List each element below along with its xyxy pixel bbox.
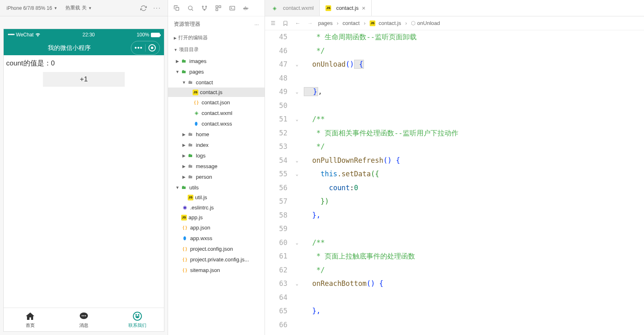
explorer-toolbar	[168, 0, 265, 16]
svg-point-8	[188, 6, 192, 9]
tree-folder-contact[interactable]: ▼🖿contact	[168, 77, 265, 88]
battery-icon	[151, 33, 160, 37]
time-label: 22:30	[40, 32, 137, 38]
extensions-icon[interactable]	[213, 3, 224, 13]
list-icon[interactable]: ☰	[269, 19, 277, 27]
phone-tabbar: 首页 消息 联系我们	[4, 308, 164, 331]
tree-file-project-private[interactable]: { }project.private.config.js...	[168, 254, 265, 265]
folder-icon: 🖿	[187, 79, 194, 86]
plus-one-button[interactable]: +1	[43, 72, 125, 87]
folder-icon: 🖿	[187, 162, 194, 170]
tree-folder-home[interactable]: ▶🖿home	[168, 129, 265, 139]
tree-file-eslintrc[interactable]: ◉.eslintrc.js	[168, 202, 265, 213]
svg-line-9	[192, 9, 193, 10]
terminal-icon[interactable]	[227, 3, 238, 13]
tree-file-util-js[interactable]: JSutil.js	[168, 193, 265, 202]
capsule-menu-icon[interactable]: •••	[132, 42, 145, 54]
bookmark-icon[interactable]	[281, 19, 289, 27]
svg-point-11	[206, 6, 207, 7]
folder-icon: 🖿	[180, 184, 188, 191]
svg-point-3	[85, 315, 86, 317]
tree-file-contact-wxml[interactable]: ◈contact.wxml	[168, 108, 265, 118]
tree-file-app-wxss[interactable]: ⬮app.wxss	[168, 233, 265, 243]
docker-icon[interactable]	[241, 3, 251, 13]
close-icon[interactable]: ×	[362, 4, 366, 11]
file-js-icon: JS	[325, 5, 331, 11]
file-js-icon: JS	[181, 215, 187, 220]
phone-nav-bar: 我的微信小程序 •••	[4, 40, 164, 55]
code-editor[interactable]: 4546474849505152535455565758596061626364…	[265, 30, 644, 335]
tree-file-app-json[interactable]: { }app.json	[168, 222, 265, 233]
breadcrumb-pages[interactable]: pages	[318, 20, 332, 26]
tab-contact[interactable]: 联系我们	[110, 308, 164, 331]
file-eslint-icon: ◉	[181, 204, 188, 211]
device-dropdown[interactable]: iPhone 6/7/8 85% 16▼	[3, 4, 61, 13]
editor-tabs: ◈ contact.wxml JS contact.js ×	[265, 0, 644, 16]
svg-point-5	[136, 315, 137, 315]
tree-folder-logs[interactable]: ▶🖿logs	[168, 150, 265, 161]
home-icon	[25, 311, 36, 322]
refresh-icon[interactable]	[139, 3, 148, 13]
hot-reload-dropdown[interactable]: 热重载 关▼	[62, 3, 95, 13]
svg-rect-7	[176, 7, 179, 10]
tree-folder-images[interactable]: ▶🖿images	[168, 56, 265, 66]
more-icon[interactable]: ···	[150, 4, 164, 12]
search-icon[interactable]	[185, 3, 196, 13]
tree-file-app-js[interactable]: JSapp.js	[168, 213, 265, 222]
tree-file-contact-wxss[interactable]: ⬮contact.wxss	[168, 118, 265, 129]
forward-icon[interactable]: →	[306, 19, 314, 27]
svg-point-2	[83, 315, 85, 317]
editor-panel: ◈ contact.wxml JS contact.js × ☰ ← → pag…	[265, 0, 644, 335]
line-numbers: 4546474849505152535455565758596061626364…	[265, 30, 296, 335]
file-json-icon: { }	[181, 256, 188, 263]
carrier-label: WeChat	[16, 32, 34, 38]
svg-point-10	[202, 6, 204, 7]
tree-file-contact-json[interactable]: { }contact.json	[168, 97, 265, 108]
file-json-icon: { }	[181, 245, 188, 252]
tree-folder-message[interactable]: ▶🖿message	[168, 161, 265, 171]
page-title: 我的微信小程序	[8, 44, 131, 52]
phone-frame: ••••• WeChat 22:30 100% 我的微信小程序	[0, 16, 168, 335]
folder-icon: 🖿	[187, 141, 194, 148]
tab-messages[interactable]: 消息	[57, 308, 111, 331]
more-icon[interactable]: ···	[254, 21, 259, 27]
code-content[interactable]: * 生命周期函数--监听页面卸载 */ onUnload() { }, /** …	[304, 30, 644, 335]
svg-rect-21	[245, 7, 246, 7]
explorer-title: 资源管理器 ···	[168, 16, 265, 32]
folder-icon: 🖿	[187, 130, 194, 138]
tree-folder-person[interactable]: ▶🖿person	[168, 171, 265, 182]
tree-folder-pages[interactable]: ▼🖿pages	[168, 66, 265, 77]
git-icon[interactable]	[199, 3, 210, 13]
breadcrumb-file[interactable]: JScontact.js	[370, 20, 401, 26]
back-icon[interactable]: ←	[294, 19, 302, 27]
svg-rect-14	[219, 6, 221, 8]
folder-icon: 🖿	[187, 152, 194, 159]
folder-icon: 🖿	[180, 57, 188, 65]
tree-file-sitemap[interactable]: { }sitemap.json	[168, 265, 265, 275]
tab-contact-wxml[interactable]: ◈ contact.wxml	[265, 0, 320, 16]
file-js-icon: JS	[188, 195, 193, 200]
capsule: •••	[131, 41, 160, 55]
tree-folder-index[interactable]: ▶🖿index	[168, 139, 265, 150]
file-wxml-icon: ◈	[271, 4, 278, 12]
battery-label: 100%	[137, 32, 149, 38]
file-js-icon: JS	[370, 20, 375, 26]
file-json-icon: { }	[193, 99, 200, 106]
contact-icon	[132, 311, 143, 322]
svg-point-1	[82, 315, 83, 317]
breadcrumb-symbol[interactable]: ⬡ onUnload	[411, 20, 440, 26]
open-editors-section[interactable]: ▶打开的编辑器	[168, 32, 265, 44]
tree-file-project-config[interactable]: { }project.config.json	[168, 243, 265, 254]
tree-folder-utils[interactable]: ▼🖿utils	[168, 182, 265, 193]
copy-icon[interactable]	[171, 3, 182, 13]
tab-home[interactable]: 首页	[4, 308, 57, 331]
simulator-panel: iPhone 6/7/8 85% 16▼ 热重载 关▼ ··· ••••• We…	[0, 0, 168, 335]
breadcrumb-contact[interactable]: contact	[343, 20, 360, 26]
project-section[interactable]: ▼项目目录	[168, 44, 265, 56]
wifi-icon	[35, 33, 40, 37]
folder-icon: 🖿	[187, 173, 194, 180]
svg-rect-15	[216, 9, 218, 11]
capsule-close-icon[interactable]	[146, 42, 159, 54]
tree-file-contact-js[interactable]: JScontact.js	[168, 88, 265, 97]
tab-contact-js[interactable]: JS contact.js ×	[320, 0, 372, 16]
